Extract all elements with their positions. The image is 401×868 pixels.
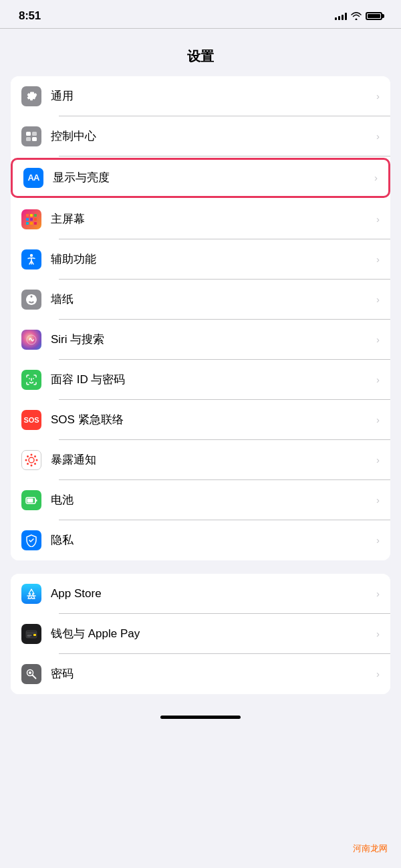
page-title-bar: 设置: [0, 42, 401, 76]
battery-icon: [366, 12, 382, 20]
svg-rect-12: [34, 222, 37, 225]
home-indicator: [0, 708, 401, 727]
chevron-icon: ›: [376, 494, 380, 506]
control-center-label: 控制中心: [51, 128, 372, 144]
battery-label: 电池: [51, 492, 372, 508]
svg-rect-6: [34, 214, 37, 217]
accessibility-icon: [21, 249, 41, 269]
header-separator: [0, 28, 401, 29]
settings-row-battery[interactable]: 电池 ›: [11, 480, 390, 520]
chevron-icon: ›: [376, 90, 380, 102]
general-label: 通用: [51, 88, 372, 104]
svg-rect-10: [26, 222, 29, 225]
settings-group-1: 通用 › 控制中心 › AA 显示与亮度 ›: [11, 76, 390, 560]
wifi-icon: [351, 12, 362, 20]
siri-icon: [21, 330, 41, 350]
privacy-icon: [21, 530, 41, 550]
settings-group-2: App Store › 钱包与 Apple Pay › 密码 ›: [11, 574, 390, 694]
exposure-label: 暴露通知: [51, 452, 372, 467]
settings-row-siri[interactable]: Siri 与搜索 ›: [11, 320, 390, 360]
chevron-icon: ›: [376, 588, 380, 599]
appstore-label: App Store: [51, 587, 372, 601]
passwords-label: 密码: [51, 666, 372, 681]
siri-label: Siri 与搜索: [51, 332, 372, 347]
settings-row-exposure[interactable]: 暴露通知 ›: [11, 440, 390, 480]
svg-rect-5: [30, 214, 33, 217]
toggle-icon: [21, 126, 41, 146]
wallet-label: 钱包与 Apple Pay: [51, 626, 372, 641]
svg-rect-9: [34, 218, 37, 221]
svg-rect-7: [26, 218, 29, 221]
faceid-icon: [21, 370, 41, 390]
chevron-icon: ›: [376, 334, 380, 345]
svg-point-13: [30, 253, 33, 256]
status-time: 8:51: [19, 9, 41, 23]
home-screen-label: 主屏幕: [51, 211, 372, 227]
svg-point-16: [31, 453, 33, 455]
wallpaper-icon: [21, 290, 41, 310]
privacy-label: 隐私: [51, 532, 372, 548]
highlighted-row-wrapper: AA 显示与亮度 ›: [11, 158, 390, 198]
settings-row-control-center[interactable]: 控制中心 ›: [11, 116, 390, 156]
settings-row-display[interactable]: AA 显示与亮度 ›: [11, 158, 390, 198]
faceid-label: 面容 ID 与密码: [51, 372, 372, 387]
exposure-icon: [21, 450, 41, 470]
chevron-icon: ›: [376, 454, 380, 465]
svg-point-17: [31, 464, 33, 466]
svg-point-23: [34, 463, 36, 465]
chevron-icon: ›: [376, 534, 380, 546]
svg-rect-11: [30, 222, 33, 225]
svg-point-31: [29, 671, 31, 674]
svg-rect-2: [26, 137, 31, 141]
svg-point-21: [34, 455, 36, 457]
svg-point-19: [36, 459, 38, 461]
wallpaper-label: 墙纸: [51, 292, 372, 307]
chevron-icon: ›: [374, 172, 378, 183]
chevron-icon: ›: [376, 130, 380, 142]
home-screen-icon: [21, 209, 41, 229]
sos-icon: SOS: [21, 410, 41, 430]
svg-point-15: [29, 457, 34, 463]
svg-rect-28: [26, 632, 37, 634]
page-title: 设置: [187, 49, 214, 64]
display-label: 显示与亮度: [53, 170, 370, 185]
svg-rect-26: [36, 500, 37, 502]
status-bar: 8:51: [0, 0, 401, 28]
settings-row-wallet[interactable]: 钱包与 Apple Pay ›: [11, 614, 390, 654]
settings-row-privacy[interactable]: 隐私 ›: [11, 520, 390, 560]
settings-row-appstore[interactable]: App Store ›: [11, 574, 390, 614]
svg-rect-25: [27, 498, 33, 502]
svg-rect-1: [32, 132, 37, 136]
appstore-icon: [21, 584, 41, 604]
sos-label: SOS 紧急联络: [51, 412, 372, 427]
watermark: 河南龙网: [353, 843, 388, 855]
settings-row-home-screen[interactable]: 主屏幕 ›: [11, 199, 390, 239]
display-icon: AA: [23, 168, 43, 188]
svg-rect-0: [26, 132, 31, 136]
svg-point-18: [25, 459, 27, 461]
chevron-icon: ›: [376, 668, 380, 679]
accessibility-label: 辅助功能: [51, 251, 372, 267]
wallet-icon: [21, 624, 41, 644]
svg-rect-8: [30, 218, 33, 221]
settings-row-sos[interactable]: SOS SOS 紧急联络 ›: [11, 400, 390, 440]
signal-icon: [335, 12, 347, 20]
settings-row-faceid[interactable]: 面容 ID 与密码 ›: [11, 360, 390, 400]
svg-rect-4: [26, 214, 29, 217]
settings-row-passwords[interactable]: 密码 ›: [11, 654, 390, 694]
svg-point-22: [27, 463, 29, 465]
home-bar: [160, 716, 241, 719]
status-icons: [335, 12, 382, 20]
password-icon: [21, 664, 41, 684]
svg-rect-29: [33, 634, 36, 636]
chevron-icon: ›: [376, 414, 380, 425]
settings-row-general[interactable]: 通用 ›: [11, 76, 390, 116]
gear-icon: [21, 86, 41, 106]
chevron-icon: ›: [376, 253, 380, 265]
chevron-icon: ›: [376, 294, 380, 305]
battery-settings-icon: [21, 490, 41, 510]
settings-row-wallpaper[interactable]: 墙纸 ›: [11, 280, 390, 320]
svg-rect-3: [32, 137, 37, 141]
settings-row-accessibility[interactable]: 辅助功能 ›: [11, 239, 390, 280]
svg-point-20: [27, 455, 29, 457]
